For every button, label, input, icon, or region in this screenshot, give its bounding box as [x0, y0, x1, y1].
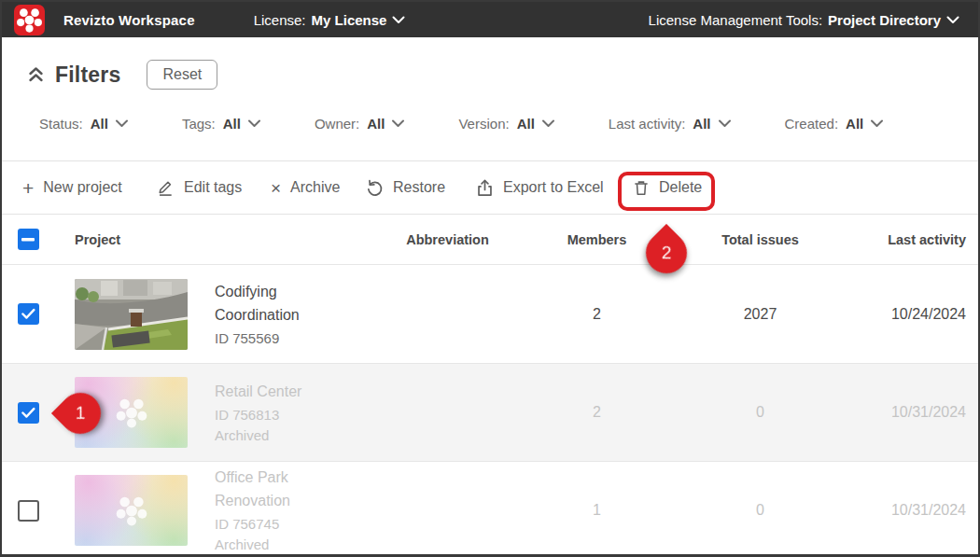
- cell-members: 2: [511, 306, 683, 323]
- project-thumbnail: [75, 279, 188, 350]
- chevron-down-icon: [392, 16, 405, 24]
- filter-created[interactable]: Created: All: [785, 116, 884, 132]
- check-icon: [21, 407, 35, 419]
- row-checkbox[interactable]: [18, 402, 39, 424]
- edit-tags-button[interactable]: Edit tags: [157, 161, 242, 214]
- project-id: ID 756813: [215, 404, 385, 425]
- filters-row: Status: All Tags: All Owner: All Version…: [39, 116, 978, 132]
- cell-last-activity: 10/31/2024: [837, 502, 980, 519]
- project-thumbnail: [75, 475, 188, 546]
- export-icon: [476, 179, 494, 197]
- column-header-total-issues[interactable]: Total issues: [683, 232, 837, 247]
- row-checkbox[interactable]: [18, 303, 39, 325]
- close-icon: ×: [271, 179, 281, 197]
- placeholder-splat-icon: [113, 394, 150, 431]
- filters-title: Filters: [55, 63, 120, 88]
- project-status: Archived: [215, 425, 385, 446]
- cell-members: 2: [511, 404, 683, 421]
- filter-last-activity[interactable]: Last activity: All: [609, 116, 731, 132]
- restore-icon: [366, 179, 384, 197]
- tools-selector[interactable]: License Management Tools: Project Direct…: [649, 12, 959, 28]
- project-id: ID 756745: [215, 513, 385, 535]
- chevron-down-icon: [871, 119, 883, 128]
- tools-value: Project Directory: [828, 12, 941, 28]
- chevron-down-icon: [719, 119, 731, 128]
- row-checkbox[interactable]: [18, 500, 39, 522]
- check-icon: [21, 308, 35, 320]
- project-name: Retail Center: [215, 380, 331, 403]
- trash-icon: [633, 179, 650, 197]
- select-all-checkbox[interactable]: [18, 229, 39, 250]
- project-name: Office Park Renovation: [215, 466, 331, 512]
- project-row-office-park-renovation[interactable]: Office Park Renovation ID 756745 Archive…: [2, 461, 978, 557]
- actions-toolbar: + New project Edit tags × Archive Restor…: [2, 160, 978, 215]
- license-label: License:: [254, 12, 306, 28]
- filter-status[interactable]: Status: All: [39, 116, 128, 132]
- table-header: Project Abbreviation Members Total issue…: [2, 215, 978, 265]
- cell-members: 1: [511, 502, 683, 519]
- filter-owner[interactable]: Owner: All: [315, 116, 405, 132]
- restore-button[interactable]: Restore: [366, 161, 445, 214]
- column-header-project[interactable]: Project: [54, 232, 385, 247]
- revizto-logo-icon: [14, 5, 45, 35]
- chevron-down-icon: [392, 119, 404, 128]
- chevron-down-icon: [542, 119, 554, 128]
- cell-total-issues: 0: [683, 502, 837, 519]
- app-window: Revizto Workspace License: My License Li…: [0, 0, 980, 557]
- workspace-title: Revizto Workspace: [63, 12, 195, 28]
- project-status: Archived: [215, 535, 385, 555]
- edit-icon: [157, 179, 175, 197]
- cell-total-issues: 2027: [683, 306, 837, 323]
- chevron-down-icon: [946, 16, 959, 24]
- license-value: My License: [312, 12, 387, 28]
- tools-label: License Management Tools:: [649, 12, 823, 28]
- chevron-down-icon: [116, 119, 128, 128]
- filter-version[interactable]: Version: All: [458, 116, 553, 132]
- cell-last-activity: 10/24/2024: [837, 306, 980, 323]
- column-header-last-activity[interactable]: Last activity: [837, 232, 980, 247]
- cell-last-activity: 10/31/2024: [837, 404, 980, 421]
- license-selector[interactable]: License: My License: [254, 12, 406, 28]
- collapse-filters-icon[interactable]: [28, 66, 44, 83]
- filter-tags[interactable]: Tags: All: [182, 116, 260, 132]
- topbar: Revizto Workspace License: My License Li…: [2, 2, 978, 37]
- project-name: Codifying Coordination: [215, 280, 331, 327]
- column-header-abbreviation[interactable]: Abbreviation: [385, 232, 511, 247]
- new-project-button[interactable]: + New project: [22, 161, 122, 214]
- project-row-codifying-coordination[interactable]: Codifying Coordination ID 755569 2 2027 …: [2, 265, 978, 363]
- archive-button[interactable]: × Archive: [271, 161, 340, 214]
- cell-total-issues: 0: [683, 404, 837, 421]
- filters-panel: Filters Reset Status: All Tags: All Owne…: [2, 37, 978, 160]
- plus-icon: +: [22, 178, 34, 198]
- reset-filters-button[interactable]: Reset: [147, 60, 217, 90]
- indeterminate-icon: [21, 238, 35, 242]
- project-row-retail-center[interactable]: Retail Center ID 756813 Archived 2 0 10/…: [2, 363, 978, 461]
- chevron-down-icon: [248, 119, 260, 128]
- project-id: ID 755569: [215, 327, 385, 349]
- export-to-excel-button[interactable]: Export to Excel: [476, 161, 604, 214]
- delete-button[interactable]: Delete: [633, 161, 702, 214]
- placeholder-splat-icon: [113, 492, 150, 529]
